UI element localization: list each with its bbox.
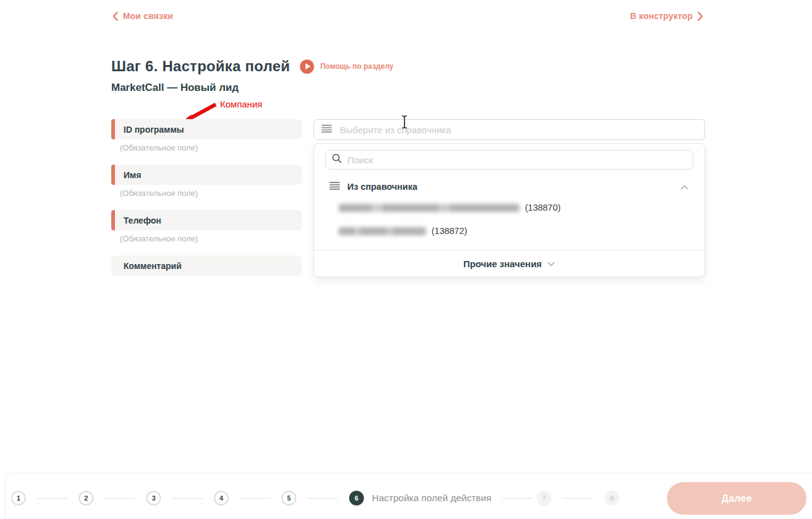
required-marker-bar — [111, 119, 115, 139]
field-label: Комментарий — [124, 261, 181, 271]
action-fields-list: ID программы (Обязательное поле) Имя (Об… — [111, 119, 302, 276]
active-step-label: Настройка полей действия — [372, 493, 491, 504]
back-link-label: Мои связки — [123, 11, 173, 21]
back-to-links-nav[interactable]: Мои связки — [112, 11, 173, 21]
blurred-option-name — [339, 227, 426, 235]
required-note: (Обязательное поле) — [120, 189, 302, 197]
select-placeholder: Выберите из справочника — [340, 125, 451, 135]
page-title: Шаг 6. Настройка полей — [111, 58, 290, 75]
blurred-option-name — [339, 204, 519, 212]
required-marker-bar — [111, 165, 115, 185]
directory-option[interactable]: (138872) — [314, 219, 704, 243]
field-label: Телефон — [124, 216, 161, 225]
chevron-up-icon[interactable] — [680, 181, 688, 192]
annotation-text: Компания — [220, 99, 262, 109]
step-1[interactable]: 1 — [11, 491, 26, 505]
forward-link-label: В конструктор — [630, 11, 693, 21]
text-cursor-icon — [400, 115, 409, 131]
step-4[interactable]: 4 — [214, 491, 229, 505]
step-connector — [551, 498, 604, 499]
step-7: 7 — [537, 491, 551, 505]
search-icon — [332, 154, 342, 166]
required-note: (Обязательное поле) — [120, 143, 302, 152]
required-marker-bar — [111, 210, 115, 230]
value-picker: Выберите из справочника Из справочника — [313, 119, 705, 277]
directory-section-header[interactable]: Из справочника — [314, 171, 704, 196]
to-constructor-nav[interactable]: В конструктор — [630, 11, 703, 21]
step-5[interactable]: 5 — [282, 491, 296, 505]
required-note: (Обязательное поле) — [120, 234, 302, 243]
option-id: (138870) — [525, 203, 561, 213]
other-values-toggle[interactable]: Прочие значения — [314, 250, 704, 276]
option-id: (138872) — [432, 226, 467, 236]
step-connector — [161, 498, 214, 499]
next-button[interactable]: Далее — [667, 482, 806, 515]
search-field[interactable] — [325, 150, 693, 170]
step-connector — [296, 498, 349, 499]
chevron-down-icon — [547, 258, 555, 269]
wizard-stepper: 1 2 3 4 5 6 Настройка полей действия 7 8 — [11, 491, 619, 505]
help-label: Помощь по разделу — [320, 62, 393, 71]
field-row-comment[interactable]: Комментарий — [111, 256, 302, 276]
directory-section-title: Из справочника — [347, 182, 673, 192]
step-connector — [497, 498, 537, 499]
directory-option[interactable]: (138870) — [314, 196, 704, 219]
directory-select-input[interactable]: Выберите из справочника — [313, 119, 705, 140]
field-row-phone[interactable]: Телефон — [111, 210, 302, 230]
list-icon — [329, 181, 340, 192]
field-label: Имя — [124, 170, 141, 180]
step-6-active[interactable]: 6 — [349, 491, 364, 505]
chevron-right-icon — [698, 12, 703, 21]
step-connector — [26, 498, 79, 499]
search-input[interactable] — [347, 155, 687, 165]
step-connector — [93, 498, 146, 499]
step-2[interactable]: 2 — [79, 491, 93, 505]
field-row-program-id[interactable]: ID программы — [111, 119, 302, 139]
field-label: ID программы — [124, 125, 184, 135]
other-values-label: Прочие значения — [463, 259, 542, 269]
step-connector — [229, 498, 282, 499]
field-row-name[interactable]: Имя — [111, 165, 302, 185]
connection-subtitle: MarketCall — Новый лид — [111, 82, 238, 94]
step-3[interactable]: 3 — [146, 491, 161, 505]
directory-dropdown-panel: Из справочника (138870) (138872) Прочие … — [313, 143, 705, 277]
page: { "nav": { "back_label": "Мои связки", "… — [0, 0, 812, 519]
chevron-left-icon — [112, 12, 118, 21]
section-help-link[interactable]: Помощь по разделу — [300, 60, 393, 74]
list-icon — [321, 124, 332, 135]
step-8: 8 — [604, 491, 619, 505]
play-icon[interactable] — [300, 60, 314, 74]
